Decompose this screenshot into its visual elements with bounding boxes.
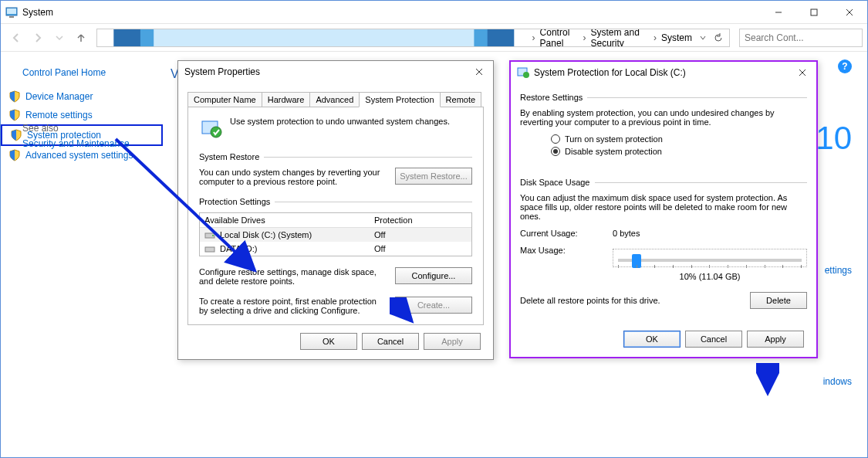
windows-10-logo-text: 10: [816, 120, 852, 157]
windows-link-partial[interactable]: indows: [823, 376, 852, 387]
refresh-button[interactable]: [711, 33, 726, 42]
svg-rect-8: [154, 29, 474, 47]
radio-label: Turn on system protection: [565, 134, 663, 144]
system-protection-config-dialog: System Protection for Local Disk (C:) Re…: [509, 60, 818, 358]
minimize-button[interactable]: [761, 1, 796, 24]
address-dropdown[interactable]: [695, 34, 711, 42]
drive-row-c[interactable]: Local Disk (C:) (System) Off: [200, 228, 471, 242]
sidebar-remote-settings[interactable]: Remote settings: [1, 106, 163, 124]
address-system-icon: [100, 29, 528, 47]
drive-protection: Off: [370, 242, 462, 256]
control-panel-home-link[interactable]: Control Panel Home: [1, 67, 163, 87]
drive-row-d[interactable]: DATA (D:) Off: [200, 242, 471, 256]
up-button[interactable]: [70, 27, 92, 49]
svg-point-17: [523, 72, 529, 78]
radio-disable[interactable]: Disable system protection: [551, 147, 807, 156]
nav-bar: › Control Panel › System and Security › …: [1, 24, 867, 52]
sidebar-item-label: Advanced system settings: [25, 150, 133, 161]
breadcrumb-control-panel[interactable]: Control Panel: [537, 29, 582, 47]
back-button[interactable]: [5, 27, 27, 49]
cancel-button[interactable]: Cancel: [685, 331, 742, 348]
settings-link-partial[interactable]: ettings: [825, 265, 852, 276]
search-input[interactable]: Search Cont...: [739, 29, 863, 47]
delete-button[interactable]: Delete: [750, 292, 807, 309]
radio-turn-on[interactable]: Turn on system protection: [551, 134, 807, 144]
drive-name: Local Disk (C:) (System): [220, 230, 312, 239]
recent-dropdown[interactable]: [49, 27, 70, 49]
disk-usage-desc: You can adjust the maximum disk space us…: [520, 193, 807, 221]
radio-icon: [551, 147, 560, 156]
ok-button[interactable]: OK: [623, 331, 681, 348]
tab-system-protection[interactable]: System Protection: [359, 92, 440, 107]
shield-icon: [8, 90, 21, 103]
restore-settings-desc: By enabling system protection, you can u…: [520, 108, 807, 127]
search-placeholder: Search Cont...: [745, 32, 804, 43]
sidebar: Control Panel Home Device Manager Remote…: [1, 52, 163, 165]
chevron-right-icon: ›: [654, 32, 657, 43]
right-edge: ? 10 ettings indows: [813, 52, 867, 457]
close-button[interactable]: [832, 1, 867, 24]
system-protection-icon: [517, 66, 529, 79]
svg-point-12: [211, 127, 221, 137]
cancel-button[interactable]: Cancel: [362, 333, 419, 350]
dialog-titlebar: System Protection for Local Disk (C:): [511, 62, 816, 83]
drives-table[interactable]: Available Drives Protection Local Disk (…: [199, 212, 472, 256]
tab-strip: Computer Name Hardware Advanced System P…: [187, 92, 484, 107]
group-system-restore: System Restore: [199, 152, 259, 161]
restore-desc: You can undo system changes by reverting…: [199, 168, 395, 186]
max-usage-slider[interactable]: [613, 249, 807, 267]
tab-computer-name[interactable]: Computer Name: [187, 92, 262, 107]
security-maintenance-link[interactable]: Security and Maintenance: [22, 138, 130, 149]
group-protection-settings: Protection Settings: [199, 197, 270, 206]
window-title: System: [22, 7, 53, 18]
ok-button[interactable]: OK: [300, 333, 357, 350]
help-icon[interactable]: ?: [838, 59, 852, 73]
create-desc: To create a restore point, first enable …: [199, 297, 395, 315]
configure-desc: Configure restore settings, manage disk …: [199, 267, 395, 286]
configure-button[interactable]: Configure...: [395, 267, 472, 284]
drive-protection: Off: [370, 228, 462, 242]
breadcrumb-system-security[interactable]: System and Security: [588, 29, 653, 47]
tab-page: Use system protection to undo unwanted s…: [187, 107, 484, 325]
apply-button[interactable]: Apply: [747, 331, 804, 348]
drive-icon: [204, 230, 215, 239]
maximize-button[interactable]: [796, 1, 832, 24]
tab-advanced[interactable]: Advanced: [309, 92, 360, 107]
sidebar-device-manager[interactable]: Device Manager: [1, 87, 163, 106]
max-usage-label: Max Usage:: [520, 246, 613, 255]
dialog-title: System Protection for Local Disk (C:): [534, 67, 686, 78]
chevron-right-icon: ›: [583, 32, 586, 43]
svg-rect-1: [7, 8, 16, 14]
dialog-close-button[interactable]: [471, 64, 487, 80]
address-bar[interactable]: › Control Panel › System and Security › …: [96, 29, 730, 47]
system-icon: [5, 6, 18, 19]
tab-remote[interactable]: Remote: [440, 92, 482, 107]
sidebar-item-label: Device Manager: [25, 91, 93, 102]
shield-icon: [8, 149, 21, 161]
svg-rect-15: [205, 247, 214, 252]
chevron-right-icon: ›: [532, 32, 535, 43]
breadcrumb-system[interactable]: System: [658, 32, 695, 43]
system-restore-button[interactable]: System Restore...: [395, 168, 472, 185]
svg-point-14: [212, 235, 214, 236]
forward-button[interactable]: [27, 27, 49, 49]
current-usage-label: Current Usage:: [520, 229, 613, 238]
create-button[interactable]: Create...: [395, 297, 472, 314]
apply-button[interactable]: Apply: [424, 333, 481, 350]
drive-icon: [204, 244, 215, 253]
group-disk-space-usage: Disk Space Usage: [520, 178, 590, 187]
shield-icon: [8, 109, 21, 121]
shield-icon: [10, 129, 22, 141]
dialog-title: System Properties: [184, 66, 260, 77]
current-usage-value: 0 bytes: [613, 229, 640, 238]
slider-caption: 10% (11.04 GB): [613, 272, 807, 281]
see-also-heading: See also: [22, 123, 59, 134]
col-available-drives: Available Drives: [200, 213, 370, 227]
svg-rect-2: [9, 16, 14, 18]
titlebar: System: [1, 1, 867, 24]
dialog-close-button[interactable]: [795, 65, 810, 80]
system-protection-icon: [199, 117, 224, 141]
tab-hardware[interactable]: Hardware: [262, 92, 311, 107]
system-properties-dialog: System Properties Computer Name Hardware…: [177, 60, 494, 360]
sidebar-item-label: Remote settings: [25, 110, 93, 120]
